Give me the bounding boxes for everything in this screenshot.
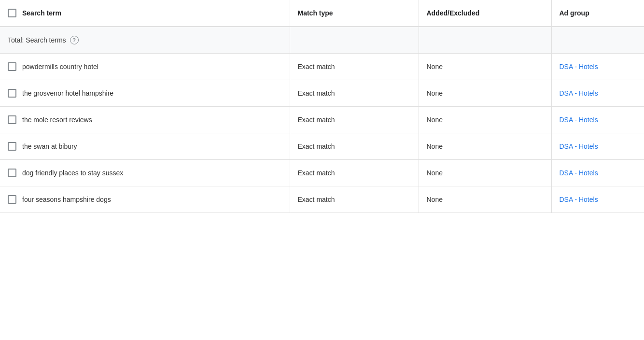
search-term-value-4: dog friendly places to stay sussex xyxy=(22,169,123,177)
match-type-cell-0: Exact match xyxy=(290,54,419,80)
table-row: four seasons hampshire dogs Exact match … xyxy=(0,186,644,213)
ad-group-header-label: Ad group xyxy=(560,9,589,17)
row-checkbox-1[interactable] xyxy=(8,89,16,98)
ad-group-link-2[interactable]: DSA - Hotels xyxy=(560,116,598,124)
search-term-cell-1: the grosvenor hotel hampshire xyxy=(0,80,290,107)
added-excluded-cell-4: None xyxy=(419,160,551,186)
added-excluded-cell-2: None xyxy=(419,107,551,133)
ad-group-cell-1: DSA - Hotels xyxy=(551,80,644,107)
total-ad-group xyxy=(551,27,644,54)
ad-group-cell-5: DSA - Hotels xyxy=(551,186,644,213)
search-terms-table: Search term Match type Added/Excluded Ad… xyxy=(0,0,644,213)
total-added-excluded xyxy=(419,27,551,54)
search-term-header: Search term xyxy=(0,0,290,27)
match-type-value-1: Exact match xyxy=(298,89,335,97)
added-excluded-value-3: None xyxy=(427,142,443,150)
select-all-checkbox[interactable] xyxy=(8,9,16,17)
match-type-value-3: Exact match xyxy=(298,142,335,150)
match-type-cell-5: Exact match xyxy=(290,186,419,213)
search-term-value-0: powdermills country hotel xyxy=(22,63,98,71)
help-icon[interactable]: ? xyxy=(70,36,79,44)
search-term-header-label: Search term xyxy=(22,9,61,17)
row-checkbox-2[interactable] xyxy=(8,115,16,124)
added-excluded-cell-0: None xyxy=(419,54,551,80)
row-checkbox-5[interactable] xyxy=(8,195,16,204)
added-excluded-header: Added/Excluded xyxy=(419,0,551,27)
added-excluded-value-4: None xyxy=(427,169,443,177)
search-term-value-3: the swan at bibury xyxy=(22,142,77,150)
match-type-cell-1: Exact match xyxy=(290,80,419,107)
search-term-value-2: the mole resort reviews xyxy=(22,116,92,124)
added-excluded-value-0: None xyxy=(427,63,443,71)
table-header-row: Search term Match type Added/Excluded Ad… xyxy=(0,0,644,27)
match-type-value-5: Exact match xyxy=(298,196,335,203)
search-term-cell-3: the swan at bibury xyxy=(0,133,290,160)
ad-group-link-3[interactable]: DSA - Hotels xyxy=(560,142,598,150)
ad-group-link-1[interactable]: DSA - Hotels xyxy=(560,89,598,97)
table-row: the grosvenor hotel hampshire Exact matc… xyxy=(0,80,644,107)
search-term-value-5: four seasons hampshire dogs xyxy=(22,196,111,203)
search-term-value-1: the grosvenor hotel hampshire xyxy=(22,89,113,97)
match-type-header: Match type xyxy=(290,0,419,27)
search-term-cell-0: powdermills country hotel xyxy=(0,54,290,80)
match-type-value-2: Exact match xyxy=(298,116,335,124)
match-type-header-label: Match type xyxy=(298,9,333,17)
match-type-cell-2: Exact match xyxy=(290,107,419,133)
added-excluded-value-1: None xyxy=(427,89,443,97)
table-row: dog friendly places to stay sussex Exact… xyxy=(0,160,644,186)
ad-group-cell-2: DSA - Hotels xyxy=(551,107,644,133)
ad-group-link-5[interactable]: DSA - Hotels xyxy=(560,196,598,203)
ad-group-cell-4: DSA - Hotels xyxy=(551,160,644,186)
row-checkbox-0[interactable] xyxy=(8,62,16,71)
added-excluded-header-label: Added/Excluded xyxy=(427,9,480,17)
ad-group-link-0[interactable]: DSA - Hotels xyxy=(560,63,598,71)
search-term-cell-4: dog friendly places to stay sussex xyxy=(0,160,290,186)
added-excluded-value-2: None xyxy=(427,116,443,124)
match-type-value-4: Exact match xyxy=(298,169,335,177)
table-row: the swan at bibury Exact match None DSA … xyxy=(0,133,644,160)
match-type-value-0: Exact match xyxy=(298,63,335,71)
row-checkbox-4[interactable] xyxy=(8,169,16,177)
match-type-cell-4: Exact match xyxy=(290,160,419,186)
added-excluded-cell-1: None xyxy=(419,80,551,107)
added-excluded-value-5: None xyxy=(427,196,443,203)
table-row: the mole resort reviews Exact match None… xyxy=(0,107,644,133)
total-label: Total: Search terms xyxy=(8,36,66,44)
match-type-cell-3: Exact match xyxy=(290,133,419,160)
search-term-cell-2: the mole resort reviews xyxy=(0,107,290,133)
total-cell: Total: Search terms ? xyxy=(0,27,290,54)
ad-group-cell-0: DSA - Hotels xyxy=(551,54,644,80)
search-term-cell-5: four seasons hampshire dogs xyxy=(0,186,290,213)
ad-group-cell-3: DSA - Hotels xyxy=(551,133,644,160)
ad-group-link-4[interactable]: DSA - Hotels xyxy=(560,169,598,177)
total-row: Total: Search terms ? xyxy=(0,27,644,54)
row-checkbox-3[interactable] xyxy=(8,142,16,151)
added-excluded-cell-5: None xyxy=(419,186,551,213)
table-row: powdermills country hotel Exact match No… xyxy=(0,54,644,80)
added-excluded-cell-3: None xyxy=(419,133,551,160)
ad-group-header: Ad group xyxy=(551,0,644,27)
total-match-type xyxy=(290,27,419,54)
